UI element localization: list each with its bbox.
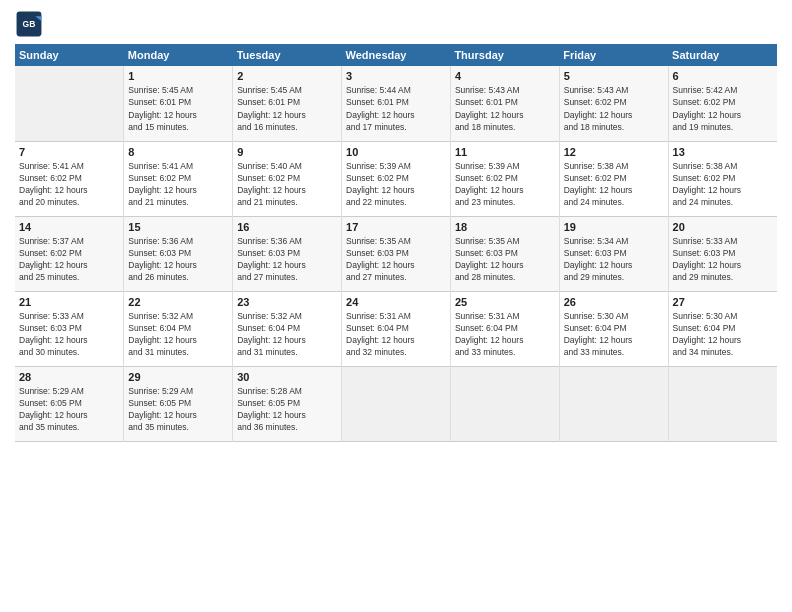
day-number: 27	[673, 296, 773, 308]
logo-icon: GB	[15, 10, 43, 38]
calendar-cell: 6Sunrise: 5:42 AM Sunset: 6:02 PM Daylig…	[668, 66, 777, 141]
calendar-cell: 29Sunrise: 5:29 AM Sunset: 6:05 PM Dayli…	[124, 366, 233, 441]
calendar-cell: 19Sunrise: 5:34 AM Sunset: 6:03 PM Dayli…	[559, 216, 668, 291]
day-number: 1	[128, 70, 228, 82]
day-number: 7	[19, 146, 119, 158]
header-monday: Monday	[124, 44, 233, 66]
day-info: Sunrise: 5:33 AM Sunset: 6:03 PM Dayligh…	[19, 310, 119, 359]
day-number: 9	[237, 146, 337, 158]
day-info: Sunrise: 5:29 AM Sunset: 6:05 PM Dayligh…	[128, 385, 228, 434]
day-number: 6	[673, 70, 773, 82]
calendar-cell: 4Sunrise: 5:43 AM Sunset: 6:01 PM Daylig…	[450, 66, 559, 141]
calendar-cell: 5Sunrise: 5:43 AM Sunset: 6:02 PM Daylig…	[559, 66, 668, 141]
calendar-cell: 9Sunrise: 5:40 AM Sunset: 6:02 PM Daylig…	[233, 141, 342, 216]
header-thursday: Thursday	[450, 44, 559, 66]
day-number: 25	[455, 296, 555, 308]
day-number: 13	[673, 146, 773, 158]
day-number: 29	[128, 371, 228, 383]
day-number: 30	[237, 371, 337, 383]
day-info: Sunrise: 5:35 AM Sunset: 6:03 PM Dayligh…	[455, 235, 555, 284]
day-number: 18	[455, 221, 555, 233]
day-info: Sunrise: 5:29 AM Sunset: 6:05 PM Dayligh…	[19, 385, 119, 434]
calendar-cell	[342, 366, 451, 441]
day-info: Sunrise: 5:43 AM Sunset: 6:02 PM Dayligh…	[564, 84, 664, 133]
day-number: 16	[237, 221, 337, 233]
day-info: Sunrise: 5:36 AM Sunset: 6:03 PM Dayligh…	[128, 235, 228, 284]
calendar-cell	[668, 366, 777, 441]
day-number: 28	[19, 371, 119, 383]
day-number: 26	[564, 296, 664, 308]
week-row-5: 28Sunrise: 5:29 AM Sunset: 6:05 PM Dayli…	[15, 366, 777, 441]
day-number: 17	[346, 221, 446, 233]
day-number: 24	[346, 296, 446, 308]
day-info: Sunrise: 5:44 AM Sunset: 6:01 PM Dayligh…	[346, 84, 446, 133]
day-info: Sunrise: 5:32 AM Sunset: 6:04 PM Dayligh…	[237, 310, 337, 359]
calendar-cell: 15Sunrise: 5:36 AM Sunset: 6:03 PM Dayli…	[124, 216, 233, 291]
calendar-cell: 28Sunrise: 5:29 AM Sunset: 6:05 PM Dayli…	[15, 366, 124, 441]
calendar-cell: 27Sunrise: 5:30 AM Sunset: 6:04 PM Dayli…	[668, 291, 777, 366]
day-number: 12	[564, 146, 664, 158]
header-saturday: Saturday	[668, 44, 777, 66]
day-info: Sunrise: 5:38 AM Sunset: 6:02 PM Dayligh…	[564, 160, 664, 209]
day-info: Sunrise: 5:41 AM Sunset: 6:02 PM Dayligh…	[128, 160, 228, 209]
calendar-cell: 2Sunrise: 5:45 AM Sunset: 6:01 PM Daylig…	[233, 66, 342, 141]
day-info: Sunrise: 5:31 AM Sunset: 6:04 PM Dayligh…	[455, 310, 555, 359]
day-number: 10	[346, 146, 446, 158]
calendar-cell	[559, 366, 668, 441]
day-info: Sunrise: 5:34 AM Sunset: 6:03 PM Dayligh…	[564, 235, 664, 284]
day-info: Sunrise: 5:33 AM Sunset: 6:03 PM Dayligh…	[673, 235, 773, 284]
day-info: Sunrise: 5:41 AM Sunset: 6:02 PM Dayligh…	[19, 160, 119, 209]
calendar-cell: 3Sunrise: 5:44 AM Sunset: 6:01 PM Daylig…	[342, 66, 451, 141]
day-number: 11	[455, 146, 555, 158]
calendar-cell: 23Sunrise: 5:32 AM Sunset: 6:04 PM Dayli…	[233, 291, 342, 366]
calendar-cell: 11Sunrise: 5:39 AM Sunset: 6:02 PM Dayli…	[450, 141, 559, 216]
calendar-cell: 8Sunrise: 5:41 AM Sunset: 6:02 PM Daylig…	[124, 141, 233, 216]
calendar-cell: 24Sunrise: 5:31 AM Sunset: 6:04 PM Dayli…	[342, 291, 451, 366]
day-info: Sunrise: 5:39 AM Sunset: 6:02 PM Dayligh…	[455, 160, 555, 209]
day-info: Sunrise: 5:39 AM Sunset: 6:02 PM Dayligh…	[346, 160, 446, 209]
header-sunday: Sunday	[15, 44, 124, 66]
week-row-4: 21Sunrise: 5:33 AM Sunset: 6:03 PM Dayli…	[15, 291, 777, 366]
day-info: Sunrise: 5:30 AM Sunset: 6:04 PM Dayligh…	[673, 310, 773, 359]
calendar-header-row: SundayMondayTuesdayWednesdayThursdayFrid…	[15, 44, 777, 66]
day-info: Sunrise: 5:36 AM Sunset: 6:03 PM Dayligh…	[237, 235, 337, 284]
header-tuesday: Tuesday	[233, 44, 342, 66]
day-number: 3	[346, 70, 446, 82]
calendar-cell: 13Sunrise: 5:38 AM Sunset: 6:02 PM Dayli…	[668, 141, 777, 216]
day-info: Sunrise: 5:42 AM Sunset: 6:02 PM Dayligh…	[673, 84, 773, 133]
calendar-cell: 16Sunrise: 5:36 AM Sunset: 6:03 PM Dayli…	[233, 216, 342, 291]
day-number: 14	[19, 221, 119, 233]
day-info: Sunrise: 5:30 AM Sunset: 6:04 PM Dayligh…	[564, 310, 664, 359]
calendar-cell: 21Sunrise: 5:33 AM Sunset: 6:03 PM Dayli…	[15, 291, 124, 366]
day-info: Sunrise: 5:35 AM Sunset: 6:03 PM Dayligh…	[346, 235, 446, 284]
calendar-cell: 10Sunrise: 5:39 AM Sunset: 6:02 PM Dayli…	[342, 141, 451, 216]
calendar-cell: 7Sunrise: 5:41 AM Sunset: 6:02 PM Daylig…	[15, 141, 124, 216]
header-wednesday: Wednesday	[342, 44, 451, 66]
calendar-cell: 26Sunrise: 5:30 AM Sunset: 6:04 PM Dayli…	[559, 291, 668, 366]
page-header: GB	[15, 10, 777, 38]
calendar-cell: 25Sunrise: 5:31 AM Sunset: 6:04 PM Dayli…	[450, 291, 559, 366]
day-info: Sunrise: 5:43 AM Sunset: 6:01 PM Dayligh…	[455, 84, 555, 133]
day-number: 23	[237, 296, 337, 308]
week-row-1: 1Sunrise: 5:45 AM Sunset: 6:01 PM Daylig…	[15, 66, 777, 141]
day-info: Sunrise: 5:40 AM Sunset: 6:02 PM Dayligh…	[237, 160, 337, 209]
day-number: 8	[128, 146, 228, 158]
day-info: Sunrise: 5:45 AM Sunset: 6:01 PM Dayligh…	[237, 84, 337, 133]
day-info: Sunrise: 5:31 AM Sunset: 6:04 PM Dayligh…	[346, 310, 446, 359]
day-number: 2	[237, 70, 337, 82]
calendar-cell: 18Sunrise: 5:35 AM Sunset: 6:03 PM Dayli…	[450, 216, 559, 291]
day-info: Sunrise: 5:37 AM Sunset: 6:02 PM Dayligh…	[19, 235, 119, 284]
calendar-cell: 20Sunrise: 5:33 AM Sunset: 6:03 PM Dayli…	[668, 216, 777, 291]
logo: GB	[15, 10, 47, 38]
calendar-cell	[15, 66, 124, 141]
svg-text:GB: GB	[23, 19, 36, 29]
week-row-2: 7Sunrise: 5:41 AM Sunset: 6:02 PM Daylig…	[15, 141, 777, 216]
day-number: 20	[673, 221, 773, 233]
header-friday: Friday	[559, 44, 668, 66]
calendar-cell: 17Sunrise: 5:35 AM Sunset: 6:03 PM Dayli…	[342, 216, 451, 291]
day-number: 19	[564, 221, 664, 233]
day-number: 22	[128, 296, 228, 308]
day-number: 21	[19, 296, 119, 308]
calendar-cell: 1Sunrise: 5:45 AM Sunset: 6:01 PM Daylig…	[124, 66, 233, 141]
calendar-cell	[450, 366, 559, 441]
